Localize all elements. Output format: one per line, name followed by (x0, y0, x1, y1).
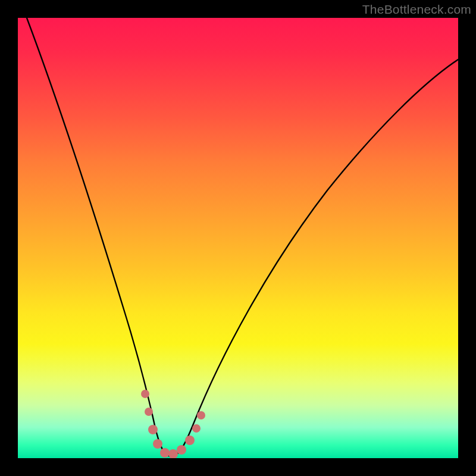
chart-frame: TheBottleneck.com (0, 0, 476, 476)
svg-point-3 (153, 439, 162, 449)
chart-svg (18, 18, 458, 458)
watermark-text: TheBottleneck.com (362, 2, 471, 17)
svg-point-4 (160, 448, 170, 458)
svg-point-9 (197, 411, 205, 419)
plot-area (18, 18, 458, 458)
svg-point-6 (177, 445, 186, 455)
svg-point-8 (192, 424, 201, 433)
svg-point-2 (148, 425, 158, 434)
svg-point-5 (168, 449, 178, 458)
trough-marker-dots (141, 390, 205, 458)
svg-point-7 (185, 436, 195, 445)
svg-point-0 (141, 390, 149, 398)
svg-point-1 (145, 408, 153, 416)
bottleneck-curve (27, 18, 458, 456)
